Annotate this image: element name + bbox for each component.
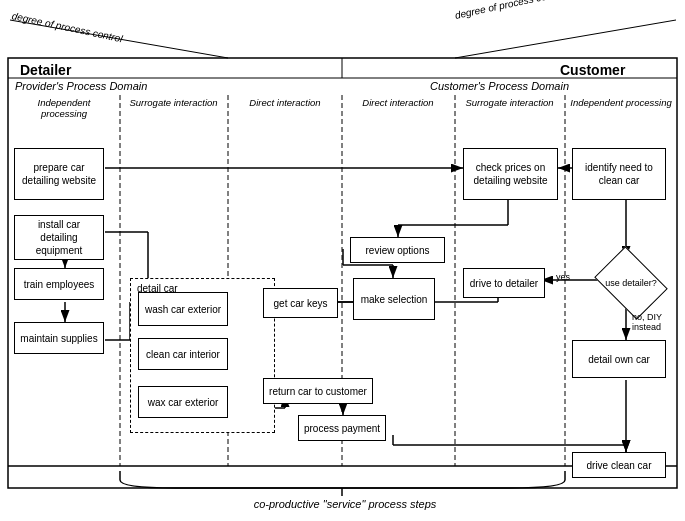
wash-car-exterior-box: wash car exterior	[138, 292, 228, 326]
wax-car-exterior-box: wax car exterior	[138, 386, 228, 418]
train-employees-box: train employees	[14, 268, 104, 300]
yes-label: yes	[556, 272, 570, 282]
customer-domain-label: Customer's Process Domain	[430, 80, 569, 92]
col4-label: Direct interaction	[345, 97, 451, 108]
svg-line-11	[455, 20, 676, 58]
drive-clean-car-box: drive clean car	[572, 452, 666, 478]
drive-to-detailer-box: drive to detailer	[463, 268, 545, 298]
install-equipment-box: install car detailing equipment	[14, 215, 104, 260]
identify-need-box: identify need to clean car	[572, 148, 666, 200]
get-car-keys-box: get car keys	[263, 288, 338, 318]
degree-left-label: degree of process control	[11, 10, 124, 44]
detail-own-car-box: detail own car	[572, 340, 666, 378]
col2-label: Surrogate interaction	[122, 97, 225, 108]
prepare-website-box: prepare car detailing website	[14, 148, 104, 200]
return-car-box: return car to customer	[263, 378, 373, 404]
col6-label: Independent processing	[568, 97, 674, 108]
maintain-supplies-box: maintain supplies	[14, 322, 104, 354]
no-label: no, DIY instead	[632, 312, 685, 332]
make-selection-box: make selection	[353, 278, 435, 320]
clean-car-interior-box: clean car interior	[138, 338, 228, 370]
degree-right-label: degree of process control	[454, 0, 567, 21]
customer-label: Customer	[560, 62, 625, 78]
col5-label: Surrogate interaction	[457, 97, 562, 108]
use-detailer-diamond: use detailer?	[596, 258, 666, 308]
diagram-svg	[0, 0, 685, 521]
brace-label: co-productive "service" process steps	[230, 498, 460, 510]
diagram-container: Detailer Customer Provider's Process Dom…	[0, 0, 685, 521]
check-prices-box: check prices on detailing website	[463, 148, 558, 200]
review-options-box: review options	[350, 237, 445, 263]
detailer-label: Detailer	[20, 62, 71, 78]
col3-label: Direct interaction	[232, 97, 338, 108]
col1-label: Independent processing	[14, 97, 114, 119]
provider-domain-label: Provider's Process Domain	[15, 80, 147, 92]
process-payment-box: process payment	[298, 415, 386, 441]
